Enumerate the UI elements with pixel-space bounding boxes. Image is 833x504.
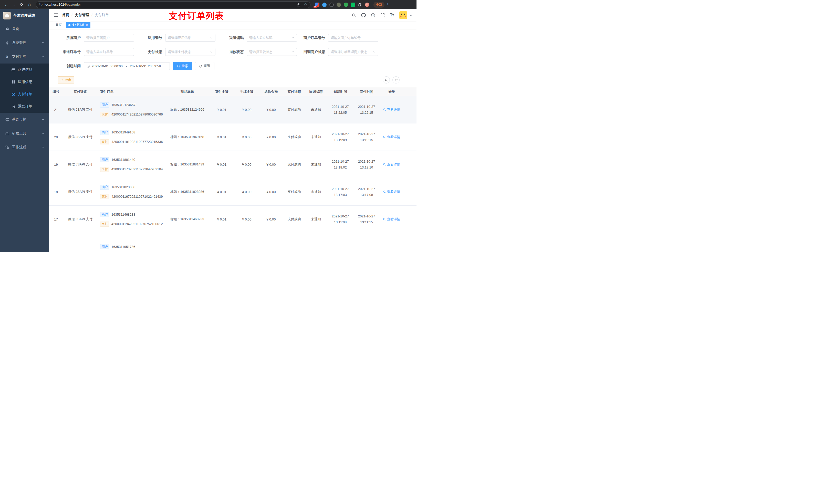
reset-button[interactable]: 重置 bbox=[195, 62, 214, 70]
orders-table: 编号 支付渠道 支付订单 商品标题 支付金额 手续金额 退款金额 支付状态 回调… bbox=[49, 87, 416, 252]
pay-order-cell: 商户1635311949168 支付4200001181202110277723… bbox=[98, 123, 165, 151]
submenu-item-label: 应用信息 bbox=[18, 80, 32, 84]
notify-status-cell: 未通知 bbox=[305, 96, 327, 123]
sidebar-item-home[interactable]: 首页 bbox=[0, 22, 49, 36]
refund-status-select[interactable] bbox=[249, 50, 291, 54]
extensions-area: 10 bbox=[315, 3, 370, 7]
github-icon[interactable] bbox=[361, 13, 366, 18]
share-icon[interactable] bbox=[297, 3, 300, 6]
notify-status-cell: 未通知 bbox=[305, 151, 327, 178]
pay-order-no: 4200001174202110278060590766 bbox=[112, 113, 163, 116]
extension-circle-icon[interactable] bbox=[337, 3, 341, 7]
extension-drop-icon[interactable] bbox=[322, 3, 327, 7]
document-icon bbox=[11, 104, 15, 109]
merchant-order-no: 1635312124657 bbox=[112, 103, 136, 107]
chevron-down-icon bbox=[42, 132, 44, 135]
profile-avatar-icon[interactable] bbox=[365, 3, 370, 7]
product-title-cell: 标题：1635312124656 bbox=[165, 96, 209, 123]
browser-menu-icon[interactable]: ⋮ bbox=[385, 2, 390, 7]
extensions-puzzle-icon[interactable] bbox=[358, 3, 362, 7]
browser-forward-icon[interactable]: → bbox=[11, 1, 18, 8]
font-size-icon[interactable]: TT bbox=[390, 13, 394, 18]
chevron-down-icon bbox=[210, 37, 213, 39]
browser-back-icon[interactable]: ← bbox=[3, 1, 10, 8]
tab-close-icon[interactable]: × bbox=[86, 23, 88, 27]
sidebar-item-refund-order[interactable]: 退款订单 bbox=[0, 100, 49, 113]
tab-pay-order[interactable]: 支付订单 × bbox=[66, 22, 90, 28]
chevron-down-icon bbox=[42, 146, 44, 148]
sidebar-item-app-info[interactable]: 应用信息 bbox=[0, 76, 49, 88]
breadcrumb: 首页 / 支付管理 / 支付订单 bbox=[62, 13, 109, 18]
header-pay-amount: 支付金额 bbox=[209, 87, 235, 96]
toggle-search-button[interactable] bbox=[383, 76, 390, 83]
address-bar[interactable]: ⓘ localhost:1024/pay/order ☆ bbox=[36, 1, 310, 8]
breadcrumb-home[interactable]: 首页 bbox=[62, 13, 69, 18]
view-detail-link[interactable]: 查看详情 bbox=[383, 162, 400, 167]
pay-time-cell: 2021-10-27 13:11:15 bbox=[354, 206, 379, 233]
sidebar-toggle-icon[interactable] bbox=[53, 13, 58, 18]
tab-home[interactable]: 首页 bbox=[53, 22, 64, 28]
pay-amount-cell: ¥ 0.01 bbox=[209, 123, 235, 151]
header-refund-amount: 退款金额 bbox=[259, 87, 283, 96]
payment-submenu: 商户信息 应用信息 支付订单 退款订单 bbox=[0, 64, 49, 113]
fullscreen-icon[interactable] bbox=[380, 13, 385, 18]
bookmark-star-icon[interactable]: ☆ bbox=[304, 3, 307, 7]
header-pay-time: 支付时间 bbox=[354, 87, 379, 96]
filter-label: 支付状态 bbox=[134, 50, 165, 54]
sidebar-item-payment[interactable]: ¥ 支付管理 bbox=[0, 50, 49, 64]
order-id-cell: 19 bbox=[49, 151, 63, 178]
pay-status-cell: 支付成功 bbox=[283, 178, 305, 206]
sidebar-item-label: 研发工具 bbox=[12, 131, 26, 136]
breadcrumb-payment[interactable]: 支付管理 bbox=[75, 13, 89, 18]
browser-home-icon[interactable]: ⌂ bbox=[26, 1, 33, 8]
search-button[interactable]: 搜索 bbox=[173, 62, 192, 70]
view-detail-link[interactable]: 查看详情 bbox=[383, 190, 400, 194]
extension-chat-icon[interactable] bbox=[351, 3, 355, 7]
avatar-caret-icon[interactable] bbox=[410, 15, 412, 17]
channel-order-no-input[interactable] bbox=[86, 50, 132, 54]
filter-app-id: 应用编号 bbox=[134, 34, 215, 42]
sidebar-item-system[interactable]: 系统管理 bbox=[0, 36, 49, 50]
extension-icon-1[interactable]: 10 bbox=[315, 3, 319, 7]
search-icon[interactable] bbox=[352, 13, 356, 18]
extension-check-icon[interactable] bbox=[344, 3, 348, 7]
sidebar-item-dev-tools[interactable]: 研发工具 bbox=[0, 126, 49, 140]
view-detail-link[interactable]: 查看详情 bbox=[383, 217, 400, 221]
help-icon[interactable]: ? bbox=[371, 13, 375, 18]
page-content: 所属商户 应用编号 渠道编码 商户订单编号 bbox=[49, 29, 416, 252]
browser-update-button[interactable]: 更新 bbox=[374, 2, 384, 8]
sidebar-item-merchant-info[interactable]: 商户信息 bbox=[0, 64, 49, 76]
pay-time-cell: 2021-10-27 13:22:15 bbox=[354, 96, 379, 123]
pay-status-select[interactable] bbox=[168, 50, 210, 54]
chevron-down-icon bbox=[291, 50, 294, 53]
sidebar-item-label: 系统管理 bbox=[12, 41, 26, 45]
table-row: 20 微信 JSAPI 支付 商户1635311949168 支付4200001… bbox=[49, 123, 416, 151]
filter-label: 渠道编码 bbox=[215, 35, 247, 40]
pay-order-no: 4200001181202110277723215336 bbox=[112, 140, 163, 144]
channel-code-select[interactable] bbox=[249, 36, 291, 40]
browser-reload-icon[interactable]: ⟳ bbox=[19, 1, 25, 8]
sidebar: 芋道管理系统 首页 系统管理 ¥ 支付管理 商户信息 bbox=[0, 9, 49, 252]
callback-status-select[interactable] bbox=[331, 50, 373, 54]
url-text: localhost:1024/pay/order bbox=[45, 3, 81, 6]
sidebar-item-infrastructure[interactable]: 基础设施 bbox=[0, 113, 49, 126]
create-time-cell: 2021-10-27 13:11:08 bbox=[327, 206, 354, 233]
filter-label: 回调商户状态 bbox=[297, 50, 328, 54]
view-detail-link[interactable]: 查看详情 bbox=[383, 135, 400, 139]
date-range-picker[interactable]: 2021-10-01 00:00:00 - 2021-10-31 23:59:5… bbox=[84, 62, 170, 70]
site-info-icon[interactable]: ⓘ bbox=[39, 2, 43, 7]
date-separator: - bbox=[124, 64, 128, 68]
merchant-select[interactable] bbox=[86, 36, 132, 40]
extension-globe-icon[interactable] bbox=[329, 3, 334, 7]
refresh-button[interactable] bbox=[392, 76, 400, 83]
view-detail-link[interactable]: 查看详情 bbox=[383, 107, 400, 112]
chevron-down-icon bbox=[42, 118, 44, 121]
app-id-select[interactable] bbox=[168, 36, 210, 40]
export-button[interactable]: 导出 bbox=[57, 76, 74, 83]
user-avatar[interactable] bbox=[399, 11, 407, 19]
app-logo[interactable]: 芋道管理系统 bbox=[0, 9, 49, 22]
sidebar-item-pay-order[interactable]: 支付订单 bbox=[0, 88, 49, 100]
merchant-order-no-input[interactable] bbox=[331, 36, 376, 40]
clock-icon bbox=[87, 65, 90, 68]
sidebar-item-workflow[interactable]: 工作流程 bbox=[0, 140, 49, 154]
